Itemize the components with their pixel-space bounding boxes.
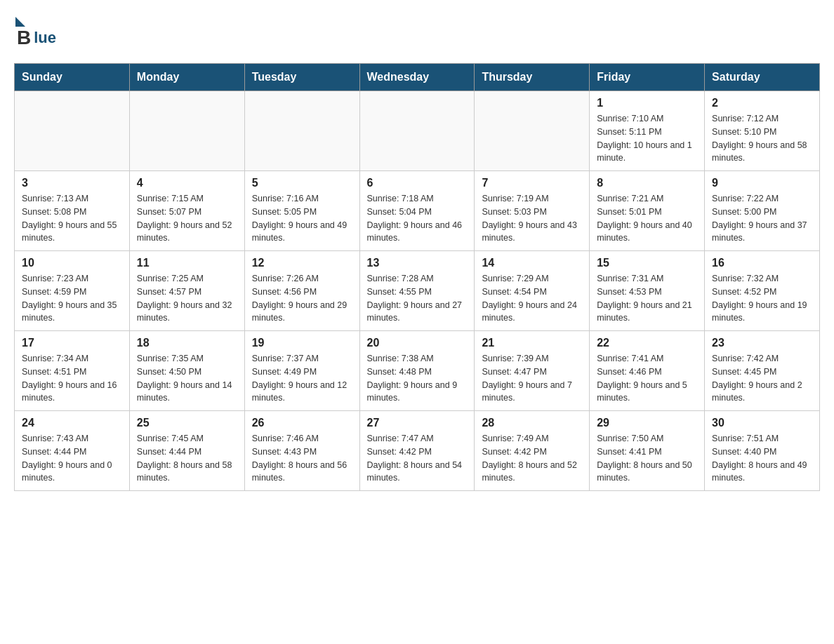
calendar-cell: 16Sunrise: 7:32 AMSunset: 4:52 PMDayligh… (705, 251, 820, 331)
day-number: 15 (597, 257, 697, 269)
day-number: 8 (597, 177, 697, 189)
calendar-cell: 28Sunrise: 7:49 AMSunset: 4:42 PMDayligh… (475, 411, 590, 491)
week-row-2: 3Sunrise: 7:13 AMSunset: 5:08 PMDaylight… (15, 171, 820, 251)
day-number: 4 (137, 177, 237, 189)
week-row-4: 17Sunrise: 7:34 AMSunset: 4:51 PMDayligh… (15, 331, 820, 411)
day-info: Sunrise: 7:37 AMSunset: 4:49 PMDaylight:… (252, 352, 352, 405)
calendar-cell: 23Sunrise: 7:42 AMSunset: 4:45 PMDayligh… (705, 331, 820, 411)
calendar-table: SundayMondayTuesdayWednesdayThursdayFrid… (14, 63, 820, 491)
day-number: 9 (712, 177, 812, 189)
calendar-cell: 13Sunrise: 7:28 AMSunset: 4:55 PMDayligh… (359, 251, 475, 331)
day-info: Sunrise: 7:13 AMSunset: 5:08 PMDaylight:… (22, 192, 122, 245)
day-number: 6 (367, 177, 468, 189)
calendar-cell: 12Sunrise: 7:26 AMSunset: 4:56 PMDayligh… (244, 251, 359, 331)
calendar-cell (15, 91, 130, 171)
calendar-cell: 15Sunrise: 7:31 AMSunset: 4:53 PMDayligh… (590, 251, 705, 331)
calendar-cell: 30Sunrise: 7:51 AMSunset: 4:40 PMDayligh… (705, 411, 820, 491)
calendar-cell: 20Sunrise: 7:38 AMSunset: 4:48 PMDayligh… (359, 331, 475, 411)
weekday-header-monday: Monday (129, 64, 244, 91)
week-row-3: 10Sunrise: 7:23 AMSunset: 4:59 PMDayligh… (15, 251, 820, 331)
weekday-header-sunday: Sunday (15, 64, 130, 91)
day-number: 13 (367, 257, 468, 269)
calendar-cell: 29Sunrise: 7:50 AMSunset: 4:41 PMDayligh… (590, 411, 705, 491)
day-number: 5 (252, 177, 352, 189)
day-info: Sunrise: 7:23 AMSunset: 4:59 PMDaylight:… (22, 272, 122, 325)
day-info: Sunrise: 7:21 AMSunset: 5:01 PMDaylight:… (597, 192, 697, 245)
weekday-header-thursday: Thursday (475, 64, 590, 91)
day-info: Sunrise: 7:45 AMSunset: 4:44 PMDaylight:… (137, 432, 237, 485)
day-number: 19 (252, 337, 352, 349)
day-info: Sunrise: 7:32 AMSunset: 4:52 PMDaylight:… (712, 272, 812, 325)
calendar-header-row: SundayMondayTuesdayWednesdayThursdayFrid… (15, 64, 820, 91)
week-row-5: 24Sunrise: 7:43 AMSunset: 4:44 PMDayligh… (15, 411, 820, 491)
day-info: Sunrise: 7:18 AMSunset: 5:04 PMDaylight:… (367, 192, 468, 245)
day-number: 2 (712, 97, 812, 109)
day-info: Sunrise: 7:10 AMSunset: 5:11 PMDaylight:… (597, 112, 697, 165)
day-number: 12 (252, 257, 352, 269)
weekday-header-wednesday: Wednesday (359, 64, 475, 91)
calendar-cell (129, 91, 244, 171)
day-info: Sunrise: 7:26 AMSunset: 4:56 PMDaylight:… (252, 272, 352, 325)
day-info: Sunrise: 7:42 AMSunset: 4:45 PMDaylight:… (712, 352, 812, 405)
day-info: Sunrise: 7:43 AMSunset: 4:44 PMDaylight:… (22, 432, 122, 485)
calendar-cell (244, 91, 359, 171)
day-number: 17 (22, 337, 122, 349)
calendar-cell (475, 91, 590, 171)
calendar-cell: 3Sunrise: 7:13 AMSunset: 5:08 PMDaylight… (15, 171, 130, 251)
calendar-cell: 10Sunrise: 7:23 AMSunset: 4:59 PMDayligh… (15, 251, 130, 331)
day-info: Sunrise: 7:25 AMSunset: 4:57 PMDaylight:… (137, 272, 237, 325)
calendar-cell: 9Sunrise: 7:22 AMSunset: 5:00 PMDaylight… (705, 171, 820, 251)
day-info: Sunrise: 7:19 AMSunset: 5:03 PMDaylight:… (482, 192, 582, 245)
day-number: 25 (137, 417, 237, 429)
day-info: Sunrise: 7:16 AMSunset: 5:05 PMDaylight:… (252, 192, 352, 245)
calendar-cell: 8Sunrise: 7:21 AMSunset: 5:01 PMDaylight… (590, 171, 705, 251)
logo-arrow-icon (15, 17, 25, 27)
day-info: Sunrise: 7:12 AMSunset: 5:10 PMDaylight:… (712, 112, 812, 165)
logo: B lue (14, 14, 56, 49)
day-info: Sunrise: 7:46 AMSunset: 4:43 PMDaylight:… (252, 432, 352, 485)
calendar-cell: 21Sunrise: 7:39 AMSunset: 4:47 PMDayligh… (475, 331, 590, 411)
day-number: 27 (367, 417, 468, 429)
calendar-cell: 2Sunrise: 7:12 AMSunset: 5:10 PMDaylight… (705, 91, 820, 171)
calendar-cell: 19Sunrise: 7:37 AMSunset: 4:49 PMDayligh… (244, 331, 359, 411)
day-number: 23 (712, 337, 812, 349)
day-number: 16 (712, 257, 812, 269)
calendar-cell (359, 91, 475, 171)
day-number: 24 (22, 417, 122, 429)
calendar-cell: 27Sunrise: 7:47 AMSunset: 4:42 PMDayligh… (359, 411, 475, 491)
day-number: 11 (137, 257, 237, 269)
day-number: 7 (482, 177, 582, 189)
week-row-1: 1Sunrise: 7:10 AMSunset: 5:11 PMDaylight… (15, 91, 820, 171)
calendar-cell: 18Sunrise: 7:35 AMSunset: 4:50 PMDayligh… (129, 331, 244, 411)
day-info: Sunrise: 7:38 AMSunset: 4:48 PMDaylight:… (367, 352, 468, 405)
day-number: 18 (137, 337, 237, 349)
day-info: Sunrise: 7:49 AMSunset: 4:42 PMDaylight:… (482, 432, 582, 485)
logo-blue-text: lue (34, 29, 56, 47)
day-info: Sunrise: 7:41 AMSunset: 4:46 PMDaylight:… (597, 352, 697, 405)
calendar-cell: 11Sunrise: 7:25 AMSunset: 4:57 PMDayligh… (129, 251, 244, 331)
calendar-cell: 1Sunrise: 7:10 AMSunset: 5:11 PMDaylight… (590, 91, 705, 171)
day-info: Sunrise: 7:15 AMSunset: 5:07 PMDaylight:… (137, 192, 237, 245)
page-header: B lue (14, 14, 820, 49)
calendar-cell: 14Sunrise: 7:29 AMSunset: 4:54 PMDayligh… (475, 251, 590, 331)
calendar-cell: 17Sunrise: 7:34 AMSunset: 4:51 PMDayligh… (15, 331, 130, 411)
day-info: Sunrise: 7:35 AMSunset: 4:50 PMDaylight:… (137, 352, 237, 405)
day-info: Sunrise: 7:47 AMSunset: 4:42 PMDaylight:… (367, 432, 468, 485)
logo-b-text: B (17, 27, 31, 49)
calendar-cell: 26Sunrise: 7:46 AMSunset: 4:43 PMDayligh… (244, 411, 359, 491)
day-number: 26 (252, 417, 352, 429)
weekday-header-saturday: Saturday (705, 64, 820, 91)
calendar-cell: 4Sunrise: 7:15 AMSunset: 5:07 PMDaylight… (129, 171, 244, 251)
day-info: Sunrise: 7:28 AMSunset: 4:55 PMDaylight:… (367, 272, 468, 325)
day-number: 10 (22, 257, 122, 269)
calendar-cell: 5Sunrise: 7:16 AMSunset: 5:05 PMDaylight… (244, 171, 359, 251)
day-number: 14 (482, 257, 582, 269)
weekday-header-tuesday: Tuesday (244, 64, 359, 91)
day-info: Sunrise: 7:34 AMSunset: 4:51 PMDaylight:… (22, 352, 122, 405)
calendar-cell: 24Sunrise: 7:43 AMSunset: 4:44 PMDayligh… (15, 411, 130, 491)
day-info: Sunrise: 7:51 AMSunset: 4:40 PMDaylight:… (712, 432, 812, 485)
day-info: Sunrise: 7:50 AMSunset: 4:41 PMDaylight:… (597, 432, 697, 485)
day-info: Sunrise: 7:39 AMSunset: 4:47 PMDaylight:… (482, 352, 582, 405)
day-number: 21 (482, 337, 582, 349)
day-number: 1 (597, 97, 697, 109)
